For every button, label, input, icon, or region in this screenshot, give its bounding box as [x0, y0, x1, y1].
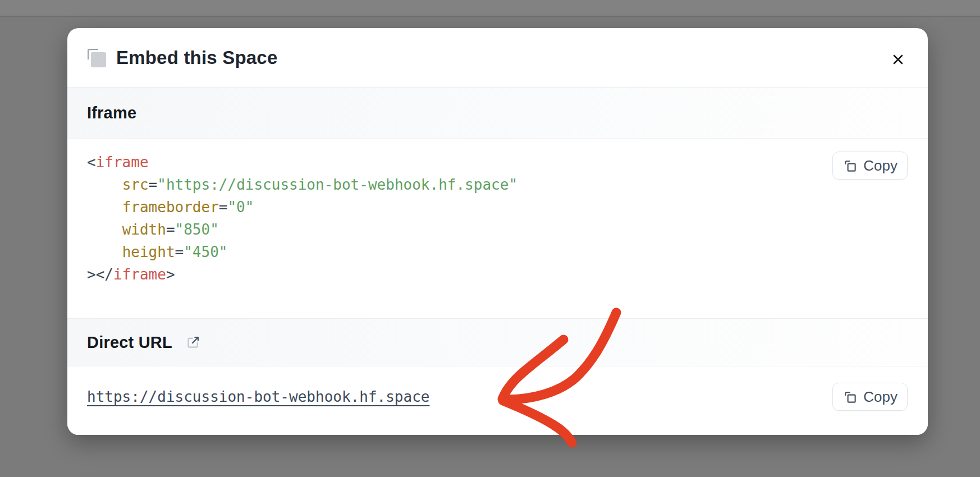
dialog-title: Embed this Space [116, 47, 277, 68]
external-link-icon[interactable] [186, 334, 201, 350]
close-button[interactable] [887, 49, 909, 70]
direct-url-section-label: Direct URL [87, 333, 172, 352]
direct-url-link[interactable]: https://discussion-bot-webhook.hf.space [87, 388, 429, 405]
embed-icon-front [91, 52, 106, 67]
embed-space-dialog: Embed this Space Iframe <iframe src="htt… [67, 28, 928, 435]
copy-url-button[interactable]: Copy [832, 383, 908, 411]
iframe-section-label: Iframe [87, 104, 136, 122]
background-header-strip [0, 0, 980, 17]
copy-icon [842, 158, 858, 173]
dialog-header: Embed this Space [67, 28, 928, 87]
copy-button-label: Copy [863, 388, 897, 406]
embed-icon [87, 48, 107, 68]
direct-url-row: https://discussion-bot-webhook.hf.space … [67, 366, 928, 435]
direct-url-section-header: Direct URL [67, 318, 928, 366]
copy-button-label: Copy [863, 157, 897, 175]
copy-iframe-button[interactable]: Copy [832, 152, 908, 180]
close-icon [889, 51, 907, 68]
iframe-embed-code: <iframe src="https://discussion-bot-webh… [87, 151, 832, 286]
copy-icon [842, 389, 858, 405]
iframe-section-header: Iframe [67, 87, 928, 139]
iframe-code-section: <iframe src="https://discussion-bot-webh… [67, 139, 928, 318]
